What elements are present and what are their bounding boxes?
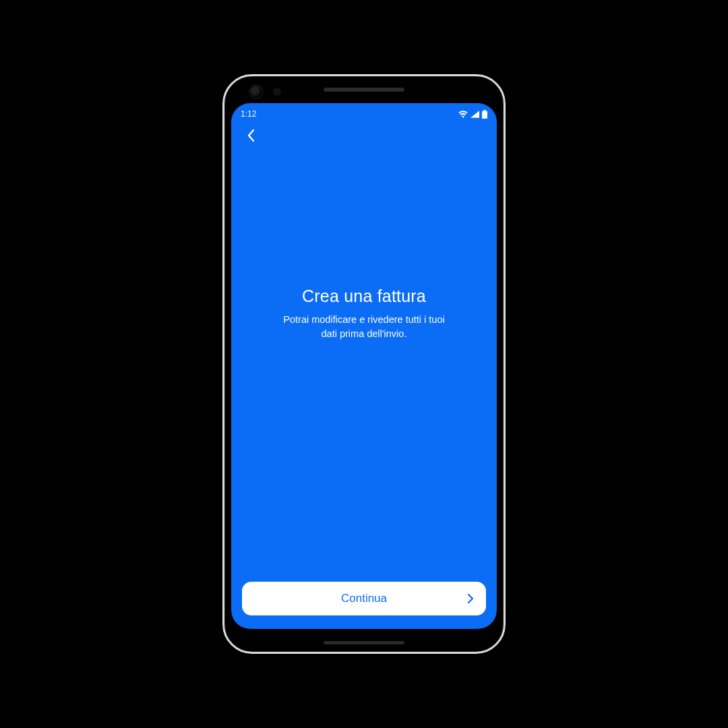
page-subtitle: Potrai modificare e rivedere tutti i tuo… bbox=[276, 313, 452, 341]
continue-button-label: Continua bbox=[341, 592, 387, 605]
device-top-bezel bbox=[224, 76, 504, 103]
battery-icon bbox=[482, 110, 487, 119]
front-camera-icon bbox=[250, 86, 262, 98]
signal-icon bbox=[471, 111, 479, 118]
page-title: Crea una fattura bbox=[302, 286, 426, 306]
wifi-icon bbox=[458, 111, 468, 118]
earpiece-speaker bbox=[324, 88, 404, 92]
device-bottom-bezel bbox=[224, 633, 504, 652]
volume-button-hw bbox=[505, 353, 506, 400]
power-button-hw bbox=[505, 265, 506, 326]
main-content: Crea una fattura Potrai modificare e riv… bbox=[231, 152, 497, 582]
status-time: 1:12 bbox=[241, 109, 256, 119]
footer: Continua bbox=[231, 582, 497, 629]
app-screen: 1:12 Crea una fattura bbox=[231, 103, 497, 629]
back-button[interactable] bbox=[241, 126, 262, 148]
status-bar: 1:12 bbox=[231, 103, 497, 122]
status-icons bbox=[458, 110, 487, 119]
nav-bar bbox=[231, 122, 497, 152]
continue-button[interactable]: Continua bbox=[242, 582, 486, 615]
chevron-left-icon bbox=[247, 129, 255, 145]
chevron-right-icon bbox=[467, 593, 474, 604]
phone-device-frame: 1:12 Crea una fattura bbox=[222, 74, 506, 654]
sensor-dot-icon bbox=[273, 88, 281, 96]
bottom-speaker bbox=[324, 641, 404, 644]
